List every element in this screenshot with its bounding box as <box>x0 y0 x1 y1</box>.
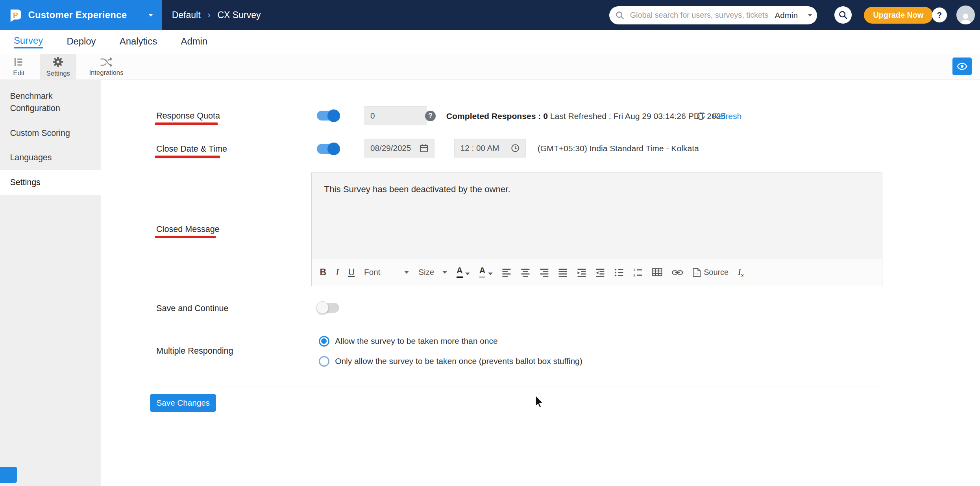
link-icon <box>672 269 683 276</box>
multiple-responding-label: Multiple Responding <box>156 346 233 356</box>
source-button[interactable]: <> Source <box>693 268 729 277</box>
sidebar-item-custom-scoring[interactable]: Custom Scoring <box>0 121 101 146</box>
italic-button[interactable]: I <box>336 268 339 277</box>
chevron-down-icon <box>148 14 153 17</box>
sidebar-item-benchmark-configuration[interactable]: Benchmark Configuration <box>0 84 101 121</box>
chevron-down-icon <box>465 273 470 275</box>
gear-icon <box>52 56 64 68</box>
text-color-button[interactable]: A <box>457 267 470 278</box>
toolbar-integrations[interactable]: Integrations <box>84 54 129 80</box>
chevron-down-icon <box>488 273 493 275</box>
survey-toolbar: Edit Settings <box>0 54 980 80</box>
sidebar-item-languages[interactable]: Languages <box>0 146 101 171</box>
completed-responses-text: Completed Responses : 0 Last Refreshed :… <box>446 111 726 121</box>
closed-message-label: Closed Message <box>156 224 220 234</box>
breadcrumb-chevron-icon: › <box>207 9 211 20</box>
tab-deploy[interactable]: Deploy <box>67 36 96 48</box>
chat-widget-tab[interactable] <box>0 467 17 483</box>
refresh-link[interactable]: Refresh <box>712 111 741 121</box>
background-color-button[interactable]: A <box>479 267 493 278</box>
calendar-icon <box>420 144 428 152</box>
insert-table-button[interactable] <box>652 268 662 276</box>
font-dropdown[interactable]: Font <box>364 267 409 277</box>
search-icon <box>839 11 847 19</box>
align-right-button[interactable] <box>540 268 549 277</box>
tab-survey[interactable]: Survey <box>14 35 43 48</box>
toolbar-integrations-label: Integrations <box>89 69 123 77</box>
svg-text:<>: <> <box>694 272 698 275</box>
save-and-continue-toggle[interactable] <box>317 303 339 313</box>
product-switcher[interactable]: P Customer Experience <box>0 0 162 30</box>
refresh-icon[interactable] <box>696 111 706 123</box>
avatar[interactable] <box>956 6 975 24</box>
toolbar-edit[interactable]: Edit <box>1 54 36 80</box>
help-button[interactable]: ? <box>932 7 947 22</box>
remove-format-button[interactable]: Ix <box>738 266 744 278</box>
response-quota-toggle[interactable] <box>317 111 339 121</box>
align-center-button[interactable] <box>521 268 530 277</box>
breadcrumb: Default › CX Survey <box>172 0 261 30</box>
radio-once-only-label: Only allow the survey to be taken once (… <box>335 356 582 366</box>
close-time-input[interactable]: 12 : 00 AM <box>454 139 525 158</box>
settings-sidebar: Benchmark Configuration Custom Scoring L… <box>0 80 101 486</box>
close-date-value: 08/29/2025 <box>370 143 420 153</box>
toolbar-settings[interactable]: Settings <box>40 54 76 80</box>
align-left-button[interactable] <box>502 268 511 277</box>
toggle-knob <box>327 143 340 155</box>
bullet-list-icon <box>614 268 624 277</box>
close-date-label: Close Date & Time <box>156 144 227 154</box>
upgrade-button[interactable]: Upgrade Now <box>864 7 933 24</box>
question-mark-icon[interactable]: ? <box>425 111 436 121</box>
search-input[interactable] <box>629 10 773 20</box>
radio-multiple-allowed[interactable] <box>319 336 329 347</box>
source-button-label: Source <box>704 268 729 277</box>
sidebar-item-settings[interactable]: Settings <box>0 170 101 195</box>
integrations-icon <box>100 57 113 67</box>
toggle-knob <box>327 109 340 122</box>
app-root: P Customer Experience Default › CX Surve… <box>0 0 980 486</box>
global-search[interactable]: Admin <box>609 6 817 24</box>
radio-once-only[interactable] <box>319 356 329 367</box>
numbered-list-button[interactable]: 12 <box>633 268 643 277</box>
annotation-underline <box>155 156 220 158</box>
align-left-icon <box>502 268 511 277</box>
size-dropdown[interactable]: Size <box>418 267 447 277</box>
save-changes-button[interactable]: Save Changes <box>150 394 216 412</box>
chevron-down-icon <box>808 14 812 17</box>
insert-link-button[interactable] <box>672 269 683 276</box>
closed-message-editor: This Survey has been deactivated by the … <box>311 173 882 286</box>
mouse-cursor <box>534 395 544 412</box>
align-center-icon <box>521 268 530 277</box>
toolbar-settings-label: Settings <box>46 70 70 78</box>
indent-decrease-button[interactable] <box>595 268 605 277</box>
underline-button[interactable]: U <box>348 268 355 277</box>
font-dropdown-label: Font <box>364 267 380 277</box>
tab-admin[interactable]: Admin <box>181 36 208 48</box>
align-right-icon <box>540 268 549 277</box>
preview-button[interactable] <box>952 58 972 75</box>
search-button[interactable] <box>834 6 852 24</box>
response-quota-label: Response Quota <box>156 111 220 121</box>
tab-analytics[interactable]: Analytics <box>120 36 157 48</box>
response-quota-input[interactable] <box>364 106 427 125</box>
breadcrumb-survey[interactable]: CX Survey <box>217 10 261 20</box>
breadcrumb-folder[interactable]: Default <box>172 10 201 20</box>
align-justify-button[interactable] <box>558 268 568 277</box>
indent-increase-button[interactable] <box>577 268 586 277</box>
close-date-toggle[interactable] <box>317 144 339 154</box>
bullet-list-button[interactable] <box>614 268 624 277</box>
clock-icon <box>511 144 520 152</box>
search-scope-dropdown[interactable] <box>803 6 817 24</box>
chevron-down-icon <box>404 271 409 274</box>
indent-decrease-icon <box>595 268 605 277</box>
svg-text:1: 1 <box>633 268 635 272</box>
closed-message-textarea[interactable]: This Survey has been deactivated by the … <box>312 173 882 259</box>
rich-text-toolbar: B I U Font Size A A <box>312 259 882 286</box>
align-justify-icon <box>558 268 568 277</box>
text-color-icon: A <box>457 267 462 278</box>
save-and-continue-label: Save and Continue <box>156 303 229 313</box>
edit-icon <box>13 57 24 67</box>
form-divider <box>150 386 882 387</box>
close-date-input[interactable]: 08/29/2025 <box>364 139 435 158</box>
bold-button[interactable]: B <box>320 268 326 277</box>
